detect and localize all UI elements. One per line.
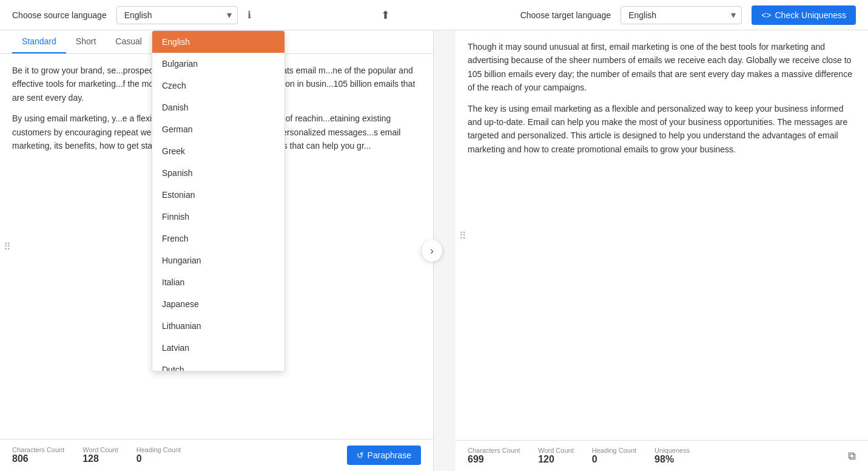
dropdown-scroll[interactable]: English Bulgarian Czech Danish German Gr… [152, 31, 284, 371]
paraphrase-label: Paraphrase [368, 450, 411, 460]
right-uniqueness-value: 98% [654, 454, 674, 465]
right-chars-stat: Characters Count 699 [468, 447, 520, 465]
check-uniqueness-button[interactable]: <> Check Uniqueness [752, 5, 856, 25]
drag-handle-left[interactable]: ⠿ [4, 241, 11, 252]
dropdown-item-spanish[interactable]: Spanish [152, 162, 284, 184]
dropdown-item-estonian[interactable]: Estonian [152, 184, 284, 206]
right-word-value: 120 [538, 454, 554, 465]
right-text-area[interactable]: ⠿ Though it may sound unusual at first, … [456, 30, 868, 440]
upload-icon[interactable]: ⬆ [381, 8, 390, 22]
info-icon[interactable]: ℹ [247, 9, 251, 21]
right-chars-value: 699 [468, 454, 484, 465]
dropdown-item-bulgarian[interactable]: Bulgarian [152, 53, 284, 75]
left-chars-value: 806 [12, 453, 29, 464]
tab-short[interactable]: Short [66, 30, 106, 53]
right-text-content: Though it may sound unusual at first, em… [468, 40, 856, 156]
left-heading-stat: Heading Count 0 [136, 446, 181, 464]
language-dropdown: English Bulgarian Czech Danish German Gr… [152, 30, 285, 371]
left-footer: Characters Count 806 Word Count 128 Head… [0, 439, 433, 471]
source-language-select[interactable]: English [116, 6, 238, 24]
dropdown-item-japanese[interactable]: Japanese [152, 293, 284, 315]
dropdown-item-greek[interactable]: Greek [152, 140, 284, 162]
tab-standard[interactable]: Standard [12, 30, 66, 53]
left-panel: Standard Short Casual Creative ⠿ Be it t… [0, 30, 434, 471]
dropdown-item-latvian[interactable]: Latvian [152, 337, 284, 359]
left-word-label: Word Count [82, 446, 118, 453]
dropdown-item-italian[interactable]: Italian [152, 271, 284, 293]
right-chars-label: Characters Count [468, 447, 520, 454]
left-word-value: 128 [82, 453, 99, 464]
swap-direction-button[interactable]: › [421, 240, 443, 262]
dropdown-item-dutch[interactable]: Dutch [152, 359, 284, 371]
right-footer: Characters Count 699 Word Count 120 Head… [456, 440, 868, 471]
target-language-wrapper: English ▾ [621, 6, 742, 24]
dropdown-item-german[interactable]: German [152, 118, 284, 140]
left-chars-label: Characters Count [12, 446, 64, 453]
right-word-stat: Word Count 120 [538, 447, 574, 465]
arrow-right-icon: › [430, 245, 434, 257]
dropdown-item-lithuanian[interactable]: Lithuanian [152, 315, 284, 337]
right-uniqueness-stat: Uniqueness 98% [654, 447, 690, 465]
target-language-label: Choose target language [520, 10, 611, 20]
dropdown-item-finnish[interactable]: Finnish [152, 206, 284, 228]
copy-button[interactable]: ⧉ [848, 450, 856, 463]
top-bar: Choose source language English ▾ ℹ ⬆ Cho… [0, 0, 868, 30]
tab-casual[interactable]: Casual [106, 30, 152, 53]
dropdown-item-french[interactable]: French [152, 228, 284, 249]
right-heading-value: 0 [592, 454, 597, 465]
target-language-select[interactable]: English [621, 6, 742, 24]
left-heading-label: Heading Count [136, 446, 181, 453]
paraphrase-button[interactable]: ↺ Paraphrase [347, 446, 421, 465]
source-language-label: Choose source language [12, 10, 107, 20]
paraphrase-icon: ↺ [357, 450, 364, 460]
dropdown-item-english[interactable]: English [152, 31, 284, 53]
right-para-2: The key is using email marketing as a fl… [468, 102, 856, 157]
right-uniqueness-label: Uniqueness [654, 447, 690, 454]
left-word-stat: Word Count 128 [82, 446, 118, 464]
dropdown-item-czech[interactable]: Czech [152, 75, 284, 97]
right-para-1: Though it may sound unusual at first, em… [468, 40, 856, 95]
left-chars-stat: Characters Count 806 [12, 446, 64, 464]
code-icon: <> [761, 10, 771, 20]
check-uniqueness-label: Check Uniqueness [775, 10, 846, 20]
dropdown-item-danish[interactable]: Danish [152, 97, 284, 118]
right-word-label: Word Count [538, 447, 574, 454]
source-language-wrapper: English ▾ [116, 6, 238, 24]
left-heading-value: 0 [136, 453, 142, 464]
right-heading-stat: Heading Count 0 [592, 447, 636, 465]
right-heading-label: Heading Count [592, 447, 636, 454]
drag-handle-right[interactable]: ⠿ [459, 229, 466, 241]
right-panel: ⠿ Though it may sound unusual at first, … [456, 30, 868, 471]
dropdown-item-hungarian[interactable]: Hungarian [152, 249, 284, 271]
main-area: Standard Short Casual Creative ⠿ Be it t… [0, 30, 868, 471]
